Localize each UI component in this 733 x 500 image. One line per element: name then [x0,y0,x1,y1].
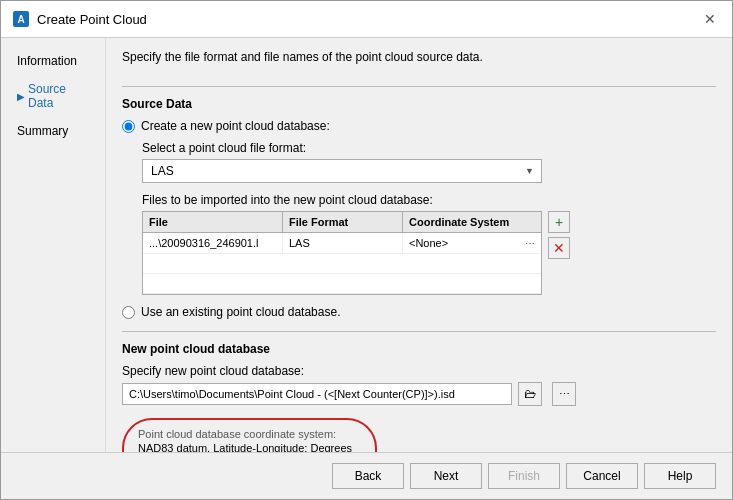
footer: Back Next Finish Cancel Help [1,452,732,499]
sidebar-item-summary-label: Summary [17,124,68,138]
options-button[interactable]: ⋯ [552,382,576,406]
title-bar: A Create Point Cloud ✕ [1,1,732,38]
dialog-content: Information ▶ Source Data Summary Specif… [1,38,732,452]
col-header-coord: Coordinate System [403,212,541,232]
radio-existing-label: Use an existing point cloud database. [141,305,340,319]
table-row[interactable]: ...\20090316_246901.l LAS <None> ⋯ [143,233,541,254]
radio-existing[interactable]: Use an existing point cloud database. [122,305,716,319]
sidebar: Information ▶ Source Data Summary [1,38,106,452]
sidebar-arrow-icon: ▶ [17,91,25,102]
file-format-row: Select a point cloud file format: LAS E5… [142,141,716,183]
dropdown-label: Select a point cloud file format: [142,141,716,155]
radio-create-new-label: Create a new point cloud database: [141,119,330,133]
next-button[interactable]: Next [410,463,482,489]
sidebar-item-information[interactable]: Information [9,50,97,72]
app-icon: A [13,11,29,27]
table-header: File File Format Coordinate System [143,212,541,233]
sidebar-item-information-label: Information [17,54,77,68]
file-format-select[interactable]: LAS E57 PTX XYZ [142,159,542,183]
files-table: File File Format Coordinate System ...\2… [142,211,542,295]
file-format-select-wrapper: LAS E57 PTX XYZ [142,159,542,183]
options-icon: ⋯ [559,388,570,401]
source-data-section-title: Source Data [122,97,716,111]
path-label: Specify new point cloud database: [122,364,716,378]
coord-info-box: Point cloud database coordinate system: … [122,418,377,452]
finish-button[interactable]: Finish [488,463,560,489]
title-bar-left: A Create Point Cloud [13,11,147,27]
back-button[interactable]: Back [332,463,404,489]
col-header-file: File [143,212,283,232]
files-table-area: File File Format Coordinate System ...\2… [142,211,716,295]
sidebar-item-source-data[interactable]: ▶ Source Data [9,78,97,114]
dialog-title: Create Point Cloud [37,12,147,27]
table-buttons: + ✕ [548,211,570,259]
close-button[interactable]: ✕ [700,9,720,29]
files-label: Files to be imported into the new point … [142,193,716,207]
col-header-format: File Format [283,212,403,232]
radio-create-new[interactable]: Create a new point cloud database: [122,119,716,133]
sidebar-item-source-data-label: Source Data [28,82,89,110]
top-divider [122,86,716,87]
db-path-row: 🗁 ⋯ [122,382,716,406]
empty-row-2 [143,274,541,294]
help-button[interactable]: Help [644,463,716,489]
cell-coord-value: <None> [409,237,448,249]
sidebar-item-summary[interactable]: Summary [9,120,97,142]
delete-file-button[interactable]: ✕ [548,237,570,259]
browse-folder-button[interactable]: 🗁 [518,382,542,406]
radio-existing-input[interactable] [122,306,135,319]
new-db-title: New point cloud database [122,342,716,356]
cell-format: LAS [283,233,403,253]
new-db-section: New point cloud database Specify new poi… [122,342,716,452]
middle-divider [122,331,716,332]
create-point-cloud-dialog: A Create Point Cloud ✕ Information ▶ Sou… [0,0,733,500]
radio-create-new-input[interactable] [122,120,135,133]
coord-dots-button[interactable]: ⋯ [525,238,535,249]
add-file-button[interactable]: + [548,211,570,233]
empty-row-1 [143,254,541,274]
description-text: Specify the file format and file names o… [122,50,716,72]
cell-file: ...\20090316_246901.l [143,233,283,253]
cell-coord: <None> ⋯ [403,233,541,253]
coord-label-1: Point cloud database coordinate system: [138,428,361,440]
db-path-input[interactable] [122,383,512,405]
main-content: Specify the file format and file names o… [106,38,732,452]
coord-value-1: NAD83 datum, Latitude-Longitude; Degrees [138,442,361,452]
browse-folder-icon: 🗁 [524,387,536,401]
cancel-button[interactable]: Cancel [566,463,638,489]
